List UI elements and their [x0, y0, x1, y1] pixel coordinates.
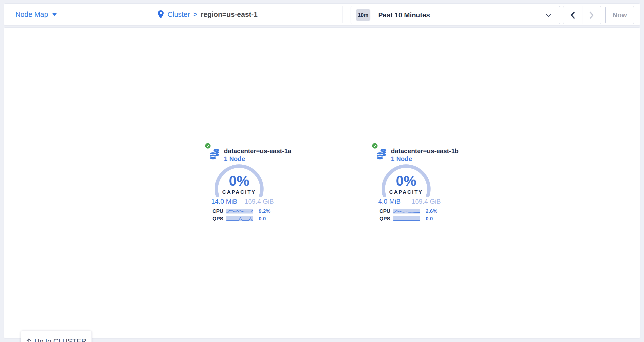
- cpu-label: CPU: [380, 208, 394, 214]
- view-selector-label: Node Map: [16, 10, 48, 18]
- qps-sparkline: [226, 216, 253, 221]
- caret-down-icon: [52, 13, 57, 16]
- node-map-canvas: datacenter=us-east-1a 1 Node 0% CAPACITY…: [4, 27, 640, 338]
- locality-card-us-east-1b[interactable]: datacenter=us-east-1b 1 Node 0% CAPACITY…: [370, 141, 444, 225]
- capacity-caption: CAPACITY: [214, 189, 265, 195]
- time-window-badge: 10m: [356, 9, 370, 21]
- time-window-dropdown[interactable]: 10m Past 10 Minutes: [350, 6, 560, 24]
- cpu-metric-row: CPU 9.2%: [212, 208, 276, 214]
- cpu-value: 9.2%: [259, 208, 270, 214]
- capacity-total: 169.4 GiB: [412, 198, 441, 205]
- healthy-check-icon: [205, 143, 210, 149]
- qps-value: 0.0: [426, 216, 433, 222]
- qps-value: 0.0: [259, 216, 266, 222]
- qps-sparkline: [394, 216, 420, 221]
- node-map-screen: Node Map Cluster > region=us-east-1 10m …: [0, 0, 644, 342]
- database-stack-icon: [376, 148, 387, 161]
- capacity-used: 14.0 MiB: [211, 198, 238, 205]
- locality-node-count-link[interactable]: 1 Node: [224, 155, 245, 163]
- cpu-sparkline: [394, 209, 420, 214]
- capacity-values-row: 4.0 MiB 169.4 GiB: [378, 198, 441, 205]
- capacity-percent: 0%: [380, 173, 432, 188]
- time-next-button[interactable]: [582, 6, 601, 24]
- chevron-left-icon: [570, 11, 575, 19]
- locality-name: datacenter=us-east-1b: [391, 147, 459, 155]
- breadcrumb-separator: >: [194, 11, 197, 18]
- qps-metric-row: QPS 0.0: [380, 216, 443, 222]
- capacity-values-row: 14.0 MiB 169.4 GiB: [211, 198, 274, 205]
- breadcrumb: Cluster > region=us-east-1: [158, 4, 258, 25]
- header-divider: [342, 5, 343, 23]
- chevron-down-icon: [546, 14, 551, 18]
- arrow-up-icon: [26, 338, 32, 342]
- time-prev-button[interactable]: [563, 6, 582, 24]
- chevron-right-icon: [589, 11, 594, 19]
- now-button[interactable]: Now: [605, 6, 634, 24]
- capacity-used: 4.0 MiB: [378, 198, 401, 205]
- location-pin-icon: [158, 10, 164, 19]
- capacity-gauge-center: 0% CAPACITY: [380, 163, 432, 195]
- cpu-metric-row: CPU 2.6%: [380, 208, 443, 214]
- capacity-caption: CAPACITY: [380, 189, 432, 195]
- time-window-label: Past 10 Minutes: [378, 11, 430, 19]
- up-to-cluster-button[interactable]: Up to CLUSTER: [21, 331, 92, 342]
- time-nav-group: [563, 6, 601, 24]
- qps-label: QPS: [212, 216, 226, 222]
- breadcrumb-cluster-link[interactable]: Cluster: [168, 10, 190, 18]
- healthy-check-icon: [372, 143, 378, 149]
- locality-node-count-link[interactable]: 1 Node: [391, 155, 412, 163]
- locality-card-us-east-1a[interactable]: datacenter=us-east-1a 1 Node 0% CAPACITY…: [203, 141, 276, 225]
- locality-name: datacenter=us-east-1a: [224, 147, 291, 155]
- cpu-value: 2.6%: [426, 208, 438, 214]
- header-bar: Node Map Cluster > region=us-east-1 10m …: [4, 3, 640, 25]
- qps-metric-row: QPS 0.0: [212, 216, 276, 222]
- cpu-label: CPU: [212, 208, 226, 214]
- capacity-percent: 0%: [214, 173, 265, 188]
- qps-label: QPS: [380, 216, 394, 222]
- cpu-sparkline: [226, 209, 253, 214]
- breadcrumb-current-locality: region=us-east-1: [201, 10, 258, 18]
- up-to-cluster-label: Up to CLUSTER: [34, 337, 86, 342]
- capacity-gauge-center: 0% CAPACITY: [214, 163, 265, 195]
- view-selector-dropdown[interactable]: Node Map: [16, 4, 57, 25]
- database-stack-icon: [209, 148, 220, 161]
- capacity-total: 169.4 GiB: [244, 198, 274, 205]
